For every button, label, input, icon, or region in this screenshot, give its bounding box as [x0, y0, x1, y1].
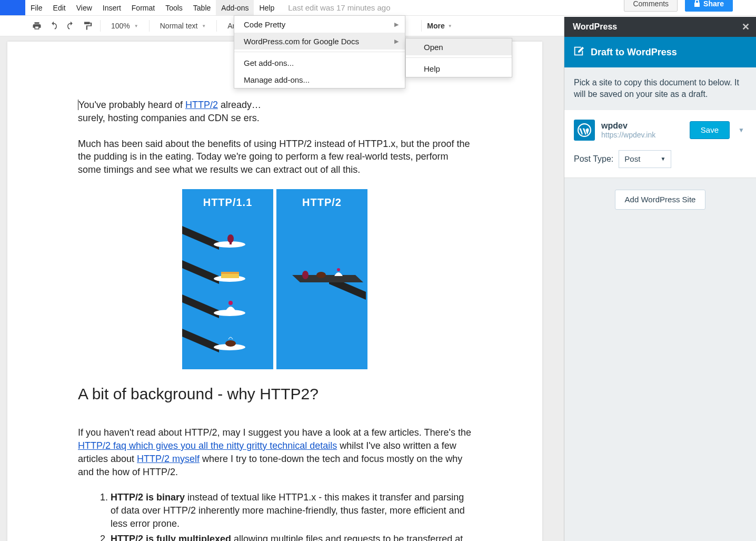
site-row: wpdev https://wpdev.ink Save ▼: [574, 120, 747, 141]
paint-format-icon[interactable]: [80, 18, 95, 33]
submenu-arrow-icon: ▶: [394, 38, 399, 45]
illus-label: HTTP/2: [276, 196, 367, 209]
sidebar-header: WordPress ✕: [564, 17, 756, 37]
addons-dropdown: Code Pretty ▶ WordPress.com for Google D…: [234, 15, 405, 88]
share-button[interactable]: Share: [685, 0, 733, 12]
style-value: Normal text: [160, 22, 198, 30]
submenu-arrow-icon: ▶: [394, 21, 399, 28]
submenu-item-help[interactable]: Help: [406, 60, 512, 77]
doc-paragraph: surely, hosting companies and CDN se ers…: [78, 112, 472, 125]
zoom-dropdown[interactable]: 100% ▼: [106, 18, 144, 33]
addon-item-code-pretty[interactable]: Code Pretty ▶: [234, 16, 405, 33]
wordpress-sidebar: WordPress ✕ Draft to WordPress Pick a si…: [564, 17, 756, 541]
addon-item-wordpress[interactable]: WordPress.com for Google Docs ▶: [234, 33, 405, 50]
addons-submenu: Open Help: [405, 38, 512, 77]
separator: [100, 20, 101, 32]
chevron-down-icon[interactable]: ▼: [736, 126, 747, 134]
sidebar-description: Pick a site to copy this document to bel…: [564, 67, 756, 110]
post-type-row: Post Type: Post ▼: [574, 150, 747, 168]
separator: [149, 20, 150, 32]
menu-edit[interactable]: Edit: [48, 0, 71, 15]
svg-marker-11: [182, 329, 219, 352]
post-type-value: Post: [624, 154, 640, 163]
svg-marker-0: [182, 226, 219, 250]
site-name: wpdev: [601, 121, 683, 131]
separator: [406, 57, 512, 58]
menu-view[interactable]: View: [71, 0, 97, 15]
separator: [234, 52, 405, 52]
list-item: HTTP/2 is fully multiplexed allowing mul…: [111, 533, 472, 541]
doc-paragraph: If you haven't read about HTTP/2, may I …: [78, 426, 472, 478]
svg-point-17: [316, 272, 326, 278]
sidebar-header-title: WordPress: [573, 22, 617, 32]
menu-file[interactable]: File: [25, 0, 48, 15]
save-button[interactable]: Save: [690, 121, 730, 139]
svg-rect-3: [230, 241, 232, 244]
add-wordpress-site-button[interactable]: Add WordPress Site: [615, 190, 706, 210]
sidebar-title: Draft to WordPress: [564, 37, 756, 67]
addon-item-get-addons[interactable]: Get add-ons...: [234, 54, 405, 71]
menu-tools[interactable]: Tools: [160, 0, 188, 15]
addon-item-manage-addons[interactable]: Manage add-ons...: [234, 71, 405, 88]
doc-paragraph: You've probably heard of HTTP/2 already…: [78, 99, 472, 112]
svg-marker-8: [182, 294, 219, 318]
print-icon[interactable]: [29, 18, 44, 33]
style-dropdown[interactable]: Normal text ▼: [155, 18, 212, 33]
more-label: More: [427, 22, 444, 30]
undo-icon[interactable]: [46, 18, 61, 33]
svg-rect-6: [221, 274, 239, 278]
http-illustration: HTTP/1.1 HTTP/2: [182, 189, 367, 369]
illus-label: HTTP/1.1: [182, 196, 273, 209]
caret-icon: ▼: [202, 24, 206, 28]
submenu-item-open[interactable]: Open: [406, 38, 512, 55]
caret-icon: ▼: [134, 24, 138, 28]
menu-table[interactable]: Table: [188, 0, 216, 15]
doc-link-faq[interactable]: HTTP/2 faq which gives you all the nitty…: [78, 440, 337, 451]
top-right-buttons: Comments Share: [624, 0, 733, 12]
svg-rect-7: [221, 272, 239, 274]
svg-point-13: [225, 340, 236, 347]
post-type-select[interactable]: Post ▼: [619, 150, 671, 168]
comments-button[interactable]: Comments: [624, 0, 678, 12]
zoom-value: 100%: [111, 22, 130, 30]
illus-http11: HTTP/1.1: [182, 189, 273, 369]
app-logo[interactable]: [0, 0, 25, 15]
doc-link-http2[interactable]: HTTP/2: [185, 100, 218, 110]
doc-bold: HTTP/2 is fully multiplexed: [111, 534, 231, 541]
document-canvas[interactable]: You've probably heard of HTTP/2 already……: [0, 36, 564, 541]
doc-text: already…: [218, 100, 261, 110]
site-url: https://wpdev.ink: [601, 131, 683, 139]
doc-bold: HTTP/2 is binary: [111, 492, 185, 503]
sidebar-title-text: Draft to WordPress: [591, 47, 677, 58]
sidebar-site-block: wpdev https://wpdev.ink Save ▼ Post Type…: [564, 110, 756, 178]
doc-paragraph: Much has been said about the benefits of…: [78, 137, 472, 176]
menu-bar: File Edit View Insert Format Tools Table…: [25, 0, 280, 15]
redo-icon[interactable]: [63, 18, 78, 33]
share-label: Share: [703, 0, 724, 8]
svg-marker-4: [182, 260, 219, 284]
menu-insert[interactable]: Insert: [97, 0, 126, 15]
more-dropdown[interactable]: More ▼: [427, 22, 452, 30]
addon-label: WordPress.com for Google Docs: [244, 37, 359, 46]
lock-icon: [694, 0, 700, 8]
last-edit-text: Last edit was 17 minutes ago: [288, 3, 390, 12]
post-type-label: Post Type:: [574, 154, 613, 164]
svg-point-18: [337, 268, 340, 271]
caret-icon: ▼: [660, 156, 665, 162]
illus-http2: HTTP/2: [276, 189, 367, 369]
menu-help[interactable]: Help: [254, 0, 280, 15]
list-item: HTTP/2 is binary instead of textual like…: [111, 491, 472, 530]
menu-addons[interactable]: Add-ons: [216, 0, 254, 15]
doc-heading: A bit of background - why HTTP2?: [78, 385, 472, 403]
doc-text: You've probably heard of: [78, 100, 185, 110]
menu-format[interactable]: Format: [126, 0, 160, 15]
menu-bar-row: File Edit View Insert Format Tools Table…: [0, 0, 756, 15]
close-icon[interactable]: ✕: [742, 21, 750, 33]
doc-link-myself[interactable]: HTTP/2 myself: [137, 454, 200, 464]
addon-label: Code Pretty: [244, 20, 285, 29]
doc-text: If you haven't read about HTTP/2, may I …: [78, 427, 471, 438]
site-info: wpdev https://wpdev.ink: [601, 121, 683, 139]
separator: [421, 20, 422, 32]
doc-list: HTTP/2 is binary instead of textual like…: [78, 491, 472, 541]
svg-point-16: [302, 271, 309, 279]
